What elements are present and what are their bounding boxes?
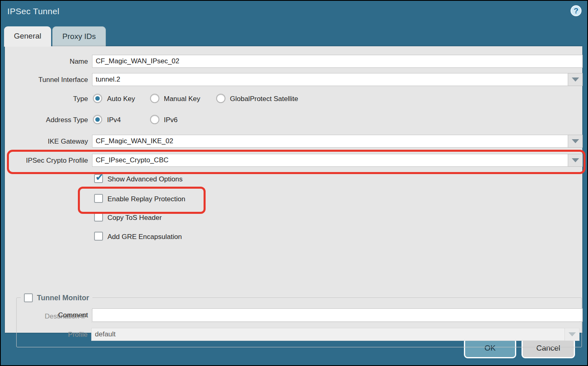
radio-manual-key-label: Manual Key xyxy=(164,95,200,103)
dialog-title: IPSec Tunnel xyxy=(7,6,60,16)
radio-ipv6-label: IPv6 xyxy=(164,116,178,124)
chevron-down-icon xyxy=(569,332,576,336)
chevron-down-icon xyxy=(572,78,579,82)
ipsec-crypto-profile-dropdown-button[interactable] xyxy=(568,154,583,167)
checkbox-tunnel-monitor[interactable] xyxy=(24,293,33,302)
help-icon[interactable]: ? xyxy=(571,5,582,16)
ipsec-crypto-profile-value[interactable]: CF_IPsec_Crypto_CBC xyxy=(92,154,568,167)
radio-ipv4[interactable] xyxy=(93,115,102,124)
checkbox-copy-tos-header-label: Copy ToS Header xyxy=(107,214,162,222)
profile-select: default xyxy=(91,328,579,341)
name-label: Name xyxy=(5,58,88,66)
ike-gateway-label: IKE Gateway xyxy=(5,138,88,146)
chevron-down-icon xyxy=(572,139,579,143)
radio-ipv4-label: IPv4 xyxy=(107,116,121,124)
checkbox-enable-replay-protection[interactable] xyxy=(94,194,103,203)
comment-input[interactable] xyxy=(92,308,583,322)
profile-value: default xyxy=(91,328,565,341)
checkbox-enable-replay-protection-label: Enable Replay Protection xyxy=(107,195,185,203)
ike-gateway-dropdown-button[interactable] xyxy=(568,135,583,148)
general-tab-panel: Name Tunnel Interface tunnel.2 Type Auto… xyxy=(5,46,582,333)
ipsec-tunnel-dialog: IPSec Tunnel ? General Proxy IDs Name Tu… xyxy=(0,0,588,366)
tunnel-monitor-label: Tunnel Monitor xyxy=(37,294,89,302)
profile-dropdown-button xyxy=(565,328,579,341)
checkbox-add-gre-encapsulation[interactable] xyxy=(94,232,103,241)
comment-label: Comment xyxy=(5,311,88,319)
ike-gateway-select[interactable]: CF_Magic_WAN_IKE_02 xyxy=(92,135,583,148)
tunnel-monitor-fieldset: Tunnel Monitor Destination IP 10.252.2.2… xyxy=(16,297,582,347)
radio-auto-key-label: Auto Key xyxy=(107,95,135,103)
type-label: Type xyxy=(5,95,88,103)
checkbox-show-advanced-options-label: Show Advanced Options xyxy=(107,175,182,183)
checkbox-add-gre-encapsulation-label: Add GRE Encapsulation xyxy=(107,233,182,241)
tunnel-interface-label: Tunnel Interface xyxy=(5,76,88,84)
tab-general[interactable]: General xyxy=(4,26,51,47)
ipsec-crypto-profile-select[interactable]: CF_IPsec_Crypto_CBC xyxy=(92,154,583,167)
radio-manual-key[interactable] xyxy=(150,94,159,103)
address-type-label: Address Type xyxy=(5,116,88,124)
checkbox-show-advanced-options[interactable] xyxy=(94,174,103,183)
ike-gateway-value[interactable]: CF_Magic_WAN_IKE_02 xyxy=(92,135,568,148)
checkbox-copy-tos-header[interactable] xyxy=(94,213,103,222)
ipsec-crypto-profile-label: IPSec Crypto Profile xyxy=(5,157,88,165)
radio-globalprotect-satellite-label: GlobalProtect Satellite xyxy=(230,95,298,103)
radio-auto-key[interactable] xyxy=(93,94,102,103)
tunnel-interface-select[interactable]: tunnel.2 xyxy=(92,73,583,86)
radio-globalprotect-satellite[interactable] xyxy=(216,94,225,103)
name-input[interactable] xyxy=(92,55,583,68)
tunnel-interface-dropdown-button[interactable] xyxy=(568,73,583,86)
tunnel-monitor-legend: Tunnel Monitor xyxy=(21,292,92,304)
profile-label: Profile xyxy=(17,331,88,339)
radio-ipv6[interactable] xyxy=(150,115,159,124)
tab-proxy-ids[interactable]: Proxy IDs xyxy=(52,26,106,47)
tunnel-interface-value[interactable]: tunnel.2 xyxy=(92,73,568,86)
chevron-down-icon xyxy=(572,158,579,162)
